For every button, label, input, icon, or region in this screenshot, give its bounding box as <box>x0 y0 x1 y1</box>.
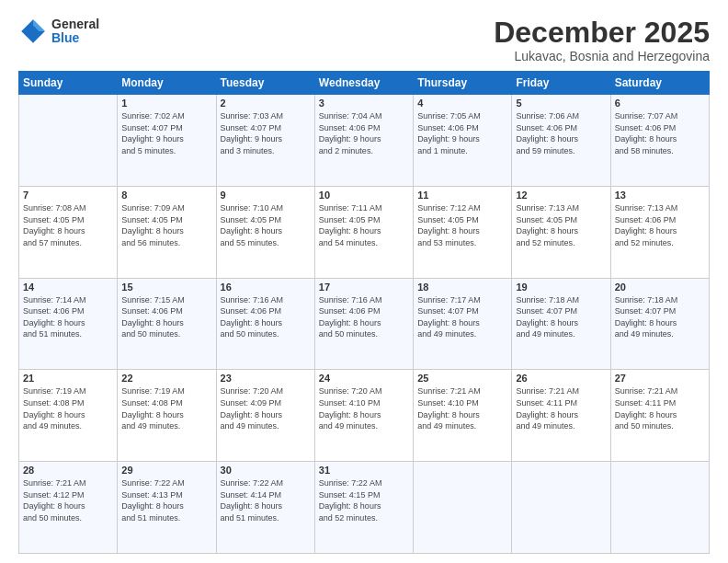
calendar-table: SundayMondayTuesdayWednesdayThursdayFrid… <box>18 71 710 554</box>
day-info: Sunrise: 7:13 AM Sunset: 4:05 PM Dayligh… <box>516 202 606 248</box>
day-number: 28 <box>23 465 113 476</box>
day-number: 30 <box>221 465 311 476</box>
calendar-week-row: 1Sunrise: 7:02 AM Sunset: 4:07 PM Daylig… <box>19 95 710 187</box>
day-number: 27 <box>615 373 705 384</box>
calendar-cell: 2Sunrise: 7:03 AM Sunset: 4:07 PM Daylig… <box>216 95 314 187</box>
day-number: 13 <box>615 190 705 201</box>
day-info: Sunrise: 7:17 AM Sunset: 4:07 PM Dayligh… <box>417 294 507 340</box>
calendar-week-row: 14Sunrise: 7:14 AM Sunset: 4:06 PM Dayli… <box>19 278 710 370</box>
main-title: December 2025 <box>494 17 710 49</box>
page: General Blue December 2025 Lukavac, Bosn… <box>0 0 728 563</box>
calendar-cell: 19Sunrise: 7:18 AM Sunset: 4:07 PM Dayli… <box>512 278 610 370</box>
day-info: Sunrise: 7:11 AM Sunset: 4:05 PM Dayligh… <box>319 202 409 248</box>
calendar-cell: 1Sunrise: 7:02 AM Sunset: 4:07 PM Daylig… <box>118 95 216 187</box>
calendar-cell <box>19 95 118 187</box>
calendar-cell: 8Sunrise: 7:09 AM Sunset: 4:05 PM Daylig… <box>118 186 216 278</box>
day-info: Sunrise: 7:19 AM Sunset: 4:08 PM Dayligh… <box>23 385 113 431</box>
day-info: Sunrise: 7:21 AM Sunset: 4:12 PM Dayligh… <box>23 477 113 523</box>
calendar-cell: 31Sunrise: 7:22 AM Sunset: 4:15 PM Dayli… <box>314 462 413 554</box>
calendar-cell: 18Sunrise: 7:17 AM Sunset: 4:07 PM Dayli… <box>414 278 512 370</box>
calendar-day-header: Monday <box>118 72 216 95</box>
logo: General Blue <box>18 17 99 46</box>
day-info: Sunrise: 7:08 AM Sunset: 4:05 PM Dayligh… <box>23 202 113 248</box>
calendar-cell: 10Sunrise: 7:11 AM Sunset: 4:05 PM Dayli… <box>314 186 413 278</box>
day-info: Sunrise: 7:03 AM Sunset: 4:07 PM Dayligh… <box>221 110 311 156</box>
day-info: Sunrise: 7:18 AM Sunset: 4:07 PM Dayligh… <box>615 294 705 340</box>
day-info: Sunrise: 7:02 AM Sunset: 4:07 PM Dayligh… <box>121 110 211 156</box>
day-number: 18 <box>417 282 507 293</box>
day-number: 22 <box>121 373 211 384</box>
calendar-cell: 14Sunrise: 7:14 AM Sunset: 4:06 PM Dayli… <box>19 278 118 370</box>
day-info: Sunrise: 7:20 AM Sunset: 4:09 PM Dayligh… <box>221 385 311 431</box>
calendar-cell: 25Sunrise: 7:21 AM Sunset: 4:10 PM Dayli… <box>414 370 512 462</box>
day-number: 5 <box>516 98 606 109</box>
day-info: Sunrise: 7:13 AM Sunset: 4:06 PM Dayligh… <box>615 202 705 248</box>
day-number: 3 <box>319 98 409 109</box>
calendar-cell: 4Sunrise: 7:05 AM Sunset: 4:06 PM Daylig… <box>414 95 512 187</box>
day-info: Sunrise: 7:22 AM Sunset: 4:15 PM Dayligh… <box>319 477 409 523</box>
day-info: Sunrise: 7:10 AM Sunset: 4:05 PM Dayligh… <box>221 202 311 248</box>
calendar-day-header: Thursday <box>414 72 512 95</box>
calendar-cell: 29Sunrise: 7:22 AM Sunset: 4:13 PM Dayli… <box>118 462 216 554</box>
day-number: 11 <box>417 190 507 201</box>
day-info: Sunrise: 7:21 AM Sunset: 4:11 PM Dayligh… <box>615 385 705 431</box>
calendar-cell: 20Sunrise: 7:18 AM Sunset: 4:07 PM Dayli… <box>610 278 709 370</box>
calendar-day-header: Wednesday <box>314 72 413 95</box>
calendar-cell: 23Sunrise: 7:20 AM Sunset: 4:09 PM Dayli… <box>216 370 314 462</box>
calendar-cell: 11Sunrise: 7:12 AM Sunset: 4:05 PM Dayli… <box>414 186 512 278</box>
day-info: Sunrise: 7:22 AM Sunset: 4:13 PM Dayligh… <box>121 477 211 523</box>
calendar-cell <box>414 462 512 554</box>
calendar-cell: 13Sunrise: 7:13 AM Sunset: 4:06 PM Dayli… <box>610 186 709 278</box>
day-info: Sunrise: 7:14 AM Sunset: 4:06 PM Dayligh… <box>23 294 113 340</box>
calendar-week-row: 21Sunrise: 7:19 AM Sunset: 4:08 PM Dayli… <box>19 370 710 462</box>
day-number: 23 <box>221 373 311 384</box>
day-number: 17 <box>319 282 409 293</box>
calendar-header-row: SundayMondayTuesdayWednesdayThursdayFrid… <box>19 72 710 95</box>
calendar-cell: 28Sunrise: 7:21 AM Sunset: 4:12 PM Dayli… <box>19 462 118 554</box>
day-number: 20 <box>615 282 705 293</box>
day-number: 7 <box>23 190 113 201</box>
logo-blue-text: Blue <box>51 31 99 45</box>
day-info: Sunrise: 7:07 AM Sunset: 4:06 PM Dayligh… <box>615 110 705 156</box>
day-number: 2 <box>221 98 311 109</box>
day-number: 15 <box>121 282 211 293</box>
calendar-cell: 12Sunrise: 7:13 AM Sunset: 4:05 PM Dayli… <box>512 186 610 278</box>
day-number: 14 <box>23 282 113 293</box>
day-info: Sunrise: 7:12 AM Sunset: 4:05 PM Dayligh… <box>417 202 507 248</box>
day-number: 29 <box>121 465 211 476</box>
title-block: December 2025 Lukavac, Bosnia and Herzeg… <box>494 17 710 63</box>
calendar-week-row: 7Sunrise: 7:08 AM Sunset: 4:05 PM Daylig… <box>19 186 710 278</box>
calendar-day-header: Saturday <box>610 72 709 95</box>
subtitle: Lukavac, Bosnia and Herzegovina <box>494 49 710 63</box>
calendar-week-row: 28Sunrise: 7:21 AM Sunset: 4:12 PM Dayli… <box>19 462 710 554</box>
calendar-cell: 6Sunrise: 7:07 AM Sunset: 4:06 PM Daylig… <box>610 95 709 187</box>
calendar-day-header: Tuesday <box>216 72 314 95</box>
calendar-cell: 24Sunrise: 7:20 AM Sunset: 4:10 PM Dayli… <box>314 370 413 462</box>
day-number: 8 <box>121 190 211 201</box>
day-info: Sunrise: 7:09 AM Sunset: 4:05 PM Dayligh… <box>121 202 211 248</box>
calendar-cell: 9Sunrise: 7:10 AM Sunset: 4:05 PM Daylig… <box>216 186 314 278</box>
logo-general-text: General <box>51 17 99 31</box>
day-info: Sunrise: 7:05 AM Sunset: 4:06 PM Dayligh… <box>417 110 507 156</box>
calendar-cell: 5Sunrise: 7:06 AM Sunset: 4:06 PM Daylig… <box>512 95 610 187</box>
day-info: Sunrise: 7:16 AM Sunset: 4:06 PM Dayligh… <box>221 294 311 340</box>
day-number: 10 <box>319 190 409 201</box>
calendar-day-header: Sunday <box>19 72 118 95</box>
day-info: Sunrise: 7:21 AM Sunset: 4:11 PM Dayligh… <box>516 385 606 431</box>
day-number: 16 <box>221 282 311 293</box>
calendar-cell: 7Sunrise: 7:08 AM Sunset: 4:05 PM Daylig… <box>19 186 118 278</box>
day-info: Sunrise: 7:21 AM Sunset: 4:10 PM Dayligh… <box>417 385 507 431</box>
calendar-cell: 22Sunrise: 7:19 AM Sunset: 4:08 PM Dayli… <box>118 370 216 462</box>
header: General Blue December 2025 Lukavac, Bosn… <box>18 17 710 63</box>
day-number: 26 <box>516 373 606 384</box>
day-info: Sunrise: 7:22 AM Sunset: 4:14 PM Dayligh… <box>221 477 311 523</box>
calendar-cell: 17Sunrise: 7:16 AM Sunset: 4:06 PM Dayli… <box>314 278 413 370</box>
calendar-cell: 21Sunrise: 7:19 AM Sunset: 4:08 PM Dayli… <box>19 370 118 462</box>
day-info: Sunrise: 7:06 AM Sunset: 4:06 PM Dayligh… <box>516 110 606 156</box>
calendar-cell: 30Sunrise: 7:22 AM Sunset: 4:14 PM Dayli… <box>216 462 314 554</box>
day-info: Sunrise: 7:18 AM Sunset: 4:07 PM Dayligh… <box>516 294 606 340</box>
day-info: Sunrise: 7:15 AM Sunset: 4:06 PM Dayligh… <box>121 294 211 340</box>
calendar-cell <box>512 462 610 554</box>
calendar-cell: 15Sunrise: 7:15 AM Sunset: 4:06 PM Dayli… <box>118 278 216 370</box>
day-number: 12 <box>516 190 606 201</box>
